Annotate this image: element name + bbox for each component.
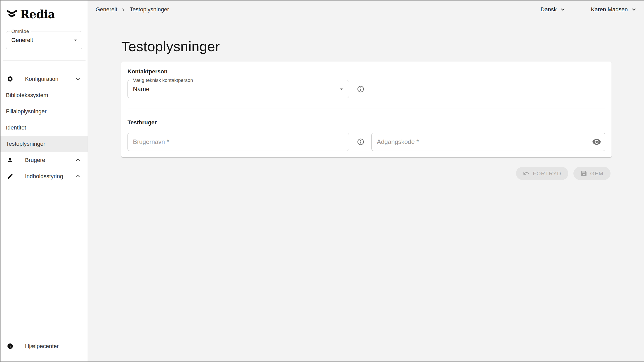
dropdown-arrow-icon [338, 86, 345, 92]
sidebar-item-label: Filialoplysninger [6, 108, 47, 115]
visibility-eye-icon[interactable] [592, 137, 601, 146]
action-buttons: FORTRYD GEM [121, 167, 612, 180]
breadcrumb-generelt[interactable]: Generelt [96, 6, 117, 13]
chevron-down-icon [631, 7, 637, 12]
sidebar-item-konfiguration[interactable]: Konfiguration [1, 71, 88, 87]
sidebar-item-label: Identitet [6, 124, 26, 131]
password-field-wrapper [371, 133, 605, 151]
redia-logo-icon [6, 10, 18, 19]
chevron-up-icon [75, 157, 81, 163]
user-menu[interactable]: Karen Madsen [591, 6, 637, 13]
username-input[interactable] [128, 133, 349, 151]
sidebar-item-label: Testoplysninger [6, 141, 45, 147]
breadcrumb: Generelt Testoplysninger [96, 6, 169, 13]
gear-icon [7, 76, 13, 82]
sidebar-item-label: Hjælpecenter [25, 343, 59, 350]
area-select-value: Generelt [6, 37, 33, 44]
language-menu[interactable]: Dansk [541, 6, 566, 13]
dropdown-arrow-icon [72, 37, 79, 44]
breadcrumb-testoplysninger: Testoplysninger [130, 6, 169, 13]
pencil-icon [7, 173, 13, 179]
section-divider [128, 108, 605, 108]
chevron-down-icon [75, 76, 81, 82]
page-title: Testoplysninger [121, 39, 612, 53]
undo-icon [523, 170, 530, 177]
save-button[interactable]: GEM [573, 167, 611, 180]
sidebar: Redia Område Generelt Konfiguration Bibl… [1, 1, 88, 361]
sidebar-item-identitet[interactable]: Identitet [1, 119, 88, 136]
language-label: Dansk [541, 6, 557, 13]
content: Testoplysninger Kontaktperson Vælg tekni… [88, 19, 644, 361]
sidebar-item-testoplysninger[interactable]: Testoplysninger [1, 136, 88, 152]
sidebar-item-filialoplysninger[interactable]: Filialoplysninger [1, 103, 88, 119]
testbruger-row [128, 133, 605, 151]
sidebar-item-label: Bibliotekssystem [6, 92, 48, 99]
sidebar-item-hjaelpecenter[interactable]: Hjælpecenter [1, 338, 88, 354]
area-select-label: Område [10, 29, 31, 34]
logo-text: Redia [20, 8, 55, 21]
section-heading-kontaktperson: Kontaktperson [128, 68, 605, 75]
topbar: Generelt Testoplysninger Dansk Karen Mad… [88, 1, 644, 19]
topbar-right: Dansk Karen Madsen [541, 6, 637, 13]
section-heading-testbruger: Testbruger [128, 119, 605, 126]
save-button-label: GEM [590, 170, 604, 177]
info-icon[interactable] [357, 85, 365, 93]
sidebar-item-label: Indholdsstyring [25, 173, 63, 180]
contact-person-row: Vælg teknisk kontaktperson Name [128, 80, 605, 98]
app-window: Redia Område Generelt Konfiguration Bibl… [0, 0, 644, 362]
info-icon[interactable] [357, 138, 365, 146]
sidebar-item-bibliotekssystem[interactable]: Bibliotekssystem [1, 87, 88, 103]
chevron-right-icon [121, 7, 126, 12]
undo-button-label: FORTRYD [533, 170, 561, 177]
user-name: Karen Madsen [591, 6, 628, 13]
sidebar-divider [3, 60, 86, 61]
sidebar-item-brugere[interactable]: Brugere [1, 152, 88, 168]
sidebar-nav: Konfiguration Bibliotekssystem Filialopl… [1, 71, 88, 184]
info-icon [7, 343, 13, 349]
contact-person-select[interactable]: Vælg teknisk kontaktperson Name [128, 80, 349, 98]
sidebar-item-label: Konfiguration [25, 76, 58, 82]
sidebar-item-label: Brugere [25, 157, 45, 163]
chevron-up-icon [75, 173, 81, 179]
settings-card: Kontaktperson Vælg teknisk kontaktperson… [121, 62, 612, 157]
chevron-down-icon [560, 7, 566, 12]
sidebar-item-indholdsstyring[interactable]: Indholdsstyring [1, 168, 88, 184]
select-label: Vælg teknisk kontaktperson [131, 78, 194, 83]
password-input[interactable] [371, 133, 605, 151]
logo: Redia [1, 1, 88, 21]
person-icon [7, 157, 13, 163]
area-select[interactable]: Område Generelt [6, 31, 82, 49]
undo-button[interactable]: FORTRYD [516, 167, 568, 180]
save-icon [580, 170, 587, 177]
select-value: Name [128, 85, 149, 93]
